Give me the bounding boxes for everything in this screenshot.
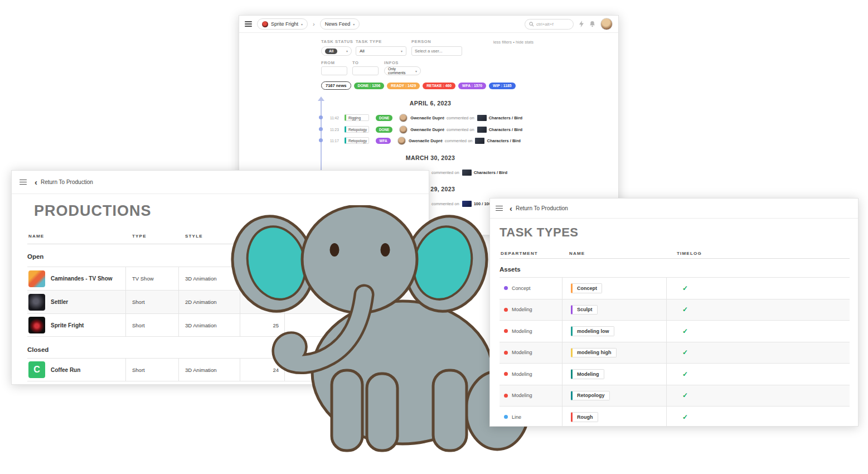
status-badge: WFA: [376, 138, 391, 144]
timeline-date: APRIL 6, 2023: [321, 100, 540, 107]
task-status-select[interactable]: All ▾: [321, 46, 352, 56]
entry-action: commented on: [447, 115, 474, 120]
search-icon: [529, 22, 534, 27]
productions-window: ‹ Return To Production PRODUCTIONS NAME …: [11, 170, 429, 385]
page-select[interactable]: News Feed ▾: [320, 18, 360, 30]
from-label: FROM: [321, 60, 334, 65]
column-header-style: STYLE: [185, 234, 203, 239]
page-title: TASK TYPES: [500, 225, 579, 240]
production-fps: [240, 267, 285, 290]
task-type-label: TASK TYPE: [356, 39, 382, 44]
user-avatar[interactable]: [600, 18, 613, 30]
menu-icon[interactable]: [20, 178, 27, 186]
production-row[interactable]: Sprite Fright Short 3D Animation 25: [27, 313, 430, 337]
task-type-chip: Rough: [571, 412, 598, 422]
entry-action: commented on: [431, 201, 459, 206]
menu-icon[interactable]: [496, 204, 503, 212]
filters-toggle-link[interactable]: less filters • hide stats: [493, 40, 534, 45]
task-type-row[interactable]: Modeling Retopology ✓: [500, 385, 850, 407]
production-extra-cell: [285, 314, 430, 336]
page-name: News Feed: [325, 21, 351, 27]
menu-icon[interactable]: [245, 20, 252, 28]
department-dot: [504, 394, 508, 398]
production-select[interactable]: Sprite Fright ▾: [257, 18, 308, 30]
task-type-row[interactable]: Concept Concept ✓: [500, 277, 850, 299]
production-thumbnail: [28, 294, 45, 311]
production-style: 2D Animation: [179, 291, 240, 313]
production-name: Coffee Run: [51, 367, 80, 373]
production-thumbnail: C: [28, 361, 45, 378]
entity-link[interactable]: Characters / Bird: [489, 127, 522, 132]
search-placeholder: ctrl+alt+f: [536, 22, 554, 27]
task-type-chip: Rigging: [345, 114, 369, 121]
to-date-input[interactable]: [352, 66, 379, 75]
production-thumbnail: [28, 317, 45, 333]
task-types-window: ‹ Return To Production TASK TYPES DEPART…: [489, 198, 859, 427]
person-link[interactable]: Gwenaelle Dupré: [410, 115, 444, 120]
production-style: 3D Animation: [179, 359, 240, 381]
entity-link[interactable]: Characters / Bird: [489, 115, 522, 120]
chevron-down-icon: ▾: [301, 22, 303, 26]
production-row[interactable]: CCoffee Run Short 3D Animation 24: [27, 358, 430, 381]
department-dot: [504, 415, 508, 419]
from-date-input[interactable]: [321, 66, 347, 75]
news-entry-partial[interactable]: commented on Characters / Bird: [431, 167, 507, 178]
production-avatar-icon: [262, 21, 268, 27]
task-type-select[interactable]: All ▾: [356, 46, 406, 56]
news-entry[interactable]: 11:42 Rigging DONE Gwenaelle Dupré comme…: [330, 112, 522, 123]
department-name: Line: [512, 414, 521, 420]
news-entry-partial[interactable]: commented on 100 / 100: [431, 198, 491, 209]
quick-action-icon[interactable]: [579, 21, 584, 27]
timeline-dot: [319, 138, 323, 142]
department-name: Modeling: [512, 307, 532, 312]
news-entry[interactable]: 11:17 Retopology WFA Gwenaelle Dupré com…: [330, 135, 521, 146]
person-input[interactable]: [411, 46, 462, 56]
department-dot: [504, 372, 508, 376]
task-type-chip: Modeling: [571, 369, 604, 379]
task-type-row[interactable]: Modeling modeling high ✓: [500, 342, 850, 364]
back-link[interactable]: ‹ Return To Production: [510, 205, 568, 211]
task-type-row[interactable]: Modeling modeling low ✓: [500, 320, 850, 342]
entity-link[interactable]: 100 / 100: [474, 201, 491, 206]
column-header-name: NAME: [569, 251, 585, 256]
person-link[interactable]: Gwenaelle Dupré: [410, 127, 444, 132]
column-header-name: NAME: [28, 234, 44, 239]
production-type: Short: [126, 291, 179, 313]
task-type-row[interactable]: Line Rough ✓: [500, 406, 850, 427]
search-input[interactable]: ctrl+alt+f: [525, 19, 574, 30]
status-badge: DONE: [376, 115, 392, 121]
task-types-topbar: ‹ Return To Production: [490, 199, 858, 219]
back-link[interactable]: ‹ Return To Production: [35, 179, 93, 185]
news-entry[interactable]: 11:23 Retopology DONE Gwenaelle Dupré co…: [330, 124, 522, 135]
person-link[interactable]: Gwenaelle Dupré: [409, 138, 443, 143]
entity-thumbnail: [462, 170, 472, 176]
production-fps: 24: [240, 359, 285, 381]
news-stats: 7167 news DONE : 1206 READY : 1429 RETAK…: [321, 81, 516, 90]
production-extra-cell: [285, 359, 430, 381]
back-link-label: Return To Production: [41, 179, 93, 185]
task-type-value: All: [360, 49, 365, 54]
entity-link[interactable]: Characters / Bird: [474, 170, 507, 175]
column-header-type: TYPE: [132, 234, 147, 239]
person-label: PERSON: [411, 39, 431, 44]
entity-thumbnail: [477, 127, 487, 133]
task-type-chip: Retopology: [345, 137, 369, 144]
production-row[interactable]: Caminandes - TV Show TV Show 3D Animatio…: [27, 267, 430, 290]
page-title: PRODUCTIONS: [34, 202, 152, 220]
department-name: Modeling: [512, 328, 532, 334]
timelog-check-icon: ✓: [682, 413, 688, 421]
timelog-check-icon: ✓: [682, 391, 688, 399]
timelog-check-icon: ✓: [682, 349, 688, 356]
production-row[interactable]: Settler Short 2D Animation 24: [27, 290, 430, 313]
task-type-row[interactable]: Modeling Sculpt ✓: [500, 299, 850, 321]
task-type-row[interactable]: Modeling Modeling ✓: [500, 363, 850, 385]
chevron-right-icon: ›: [313, 21, 315, 27]
entity-thumbnail: [462, 201, 472, 207]
chevron-down-icon: ▾: [415, 69, 417, 73]
timelog-check-icon: ✓: [682, 284, 688, 292]
entity-link[interactable]: Characters / Bird: [487, 138, 520, 143]
infos-select[interactable]: Only comments ▾: [384, 66, 421, 75]
notifications-bell-icon[interactable]: [589, 21, 595, 27]
chevron-down-icon: ▾: [401, 49, 403, 53]
chevron-down-icon: ▾: [353, 22, 355, 26]
